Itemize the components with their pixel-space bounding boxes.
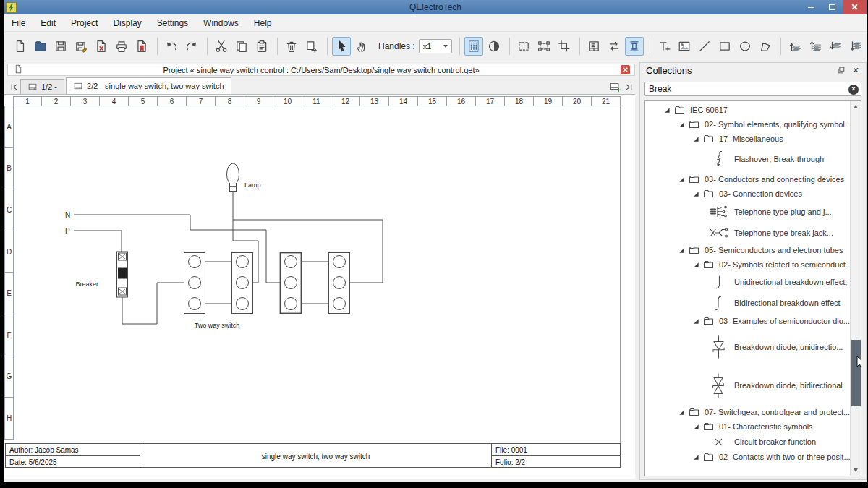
wire-lamp-right[interactable] — [233, 220, 383, 283]
raise-button[interactable] — [786, 37, 804, 56]
tab-folio-1[interactable]: 1/2 - — [20, 79, 64, 94]
selection-crop-button[interactable] — [555, 37, 574, 56]
menu-file[interactable]: File — [12, 18, 25, 28]
close-icon: ✕ — [851, 3, 858, 12]
tree-item[interactable]: 03- Connection devices — [645, 187, 849, 201]
tree-item[interactable]: Unidirectional breakdown effect; ... — [645, 272, 849, 292]
add-line-button[interactable] — [695, 37, 714, 56]
menu-windows[interactable]: Windows — [203, 18, 239, 28]
switch-block-2[interactable] — [232, 253, 253, 314]
add-ellipse-button[interactable] — [736, 37, 754, 56]
caret-expanded-icon[interactable] — [693, 424, 699, 430]
search-input[interactable] — [649, 82, 844, 95]
tree-item[interactable]: 05- Semiconductors and electron tubes — [645, 243, 849, 257]
close-panel-button[interactable]: ✕ — [850, 65, 861, 75]
tree-item[interactable]: IEC 60617 — [645, 103, 849, 117]
add-image-button[interactable] — [675, 37, 694, 56]
maximize-button[interactable] — [822, 0, 843, 14]
caret-expanded-icon[interactable] — [678, 121, 685, 128]
tree-item[interactable]: Flashover; Break-through — [645, 146, 849, 172]
caret-expanded-icon[interactable] — [693, 454, 699, 461]
scroll-down-icon[interactable] — [854, 468, 858, 472]
select-handles-button[interactable] — [535, 37, 553, 56]
scroll-up-icon[interactable] — [854, 105, 858, 108]
delete-button[interactable] — [282, 37, 301, 56]
undo-button[interactable] — [162, 37, 181, 56]
folio-columns-button[interactable] — [625, 37, 644, 56]
edit-titleblock-button[interactable] — [584, 37, 603, 56]
tree-item[interactable]: 02- Symbol elements, qualifying symbol..… — [645, 117, 849, 132]
caret-expanded-icon[interactable] — [693, 136, 699, 142]
menu-project[interactable]: Project — [71, 18, 98, 28]
menu-display[interactable]: Display — [113, 18, 141, 28]
tree-item[interactable]: Circuit breaker function — [645, 434, 849, 450]
paste-special-button[interactable] — [302, 37, 321, 56]
switch-block-4[interactable] — [329, 253, 350, 314]
tree-item[interactable]: 03- Conductors and connecting devices — [645, 172, 849, 187]
switch-block-3-selected[interactable] — [281, 253, 302, 314]
first-tab-button[interactable] — [7, 80, 20, 94]
tree-item[interactable]: Breakdown diode, unidirectio... — [645, 328, 849, 366]
swap-folio-button[interactable] — [605, 37, 624, 56]
add-polygon-button[interactable] — [756, 37, 775, 56]
tree-item[interactable]: Telephone type plug and j... — [645, 201, 849, 223]
export-pdf-button[interactable] — [132, 37, 151, 56]
tree-item[interactable]: 01- Characteristic symbols — [645, 419, 849, 434]
lower-button[interactable] — [826, 37, 845, 56]
diagram-canvas[interactable]: 123456789101112131415161718192021 ABCDEF… — [4, 94, 635, 479]
add-folio-button[interactable] — [609, 80, 622, 94]
lamp-symbol[interactable] — [227, 163, 239, 192]
caret-expanded-icon[interactable] — [678, 247, 685, 254]
new-project-button[interactable] — [11, 37, 30, 56]
add-rectangle-button[interactable] — [715, 37, 734, 56]
handles-select[interactable]: x1 — [419, 39, 452, 53]
menu-settings[interactable]: Settings — [157, 18, 188, 28]
tree-item[interactable]: 02- Symbols related to semiconduct... — [645, 257, 849, 272]
menu-help[interactable]: Help — [254, 18, 272, 28]
bring-to-front-button[interactable] — [806, 37, 825, 56]
tree-item[interactable]: 02- Contacts with two or three posit... — [645, 450, 849, 464]
send-to-back-button[interactable] — [846, 37, 865, 56]
clear-search-icon[interactable]: ✕ — [848, 85, 859, 95]
redo-button[interactable] — [182, 37, 201, 56]
tree-item[interactable]: Breakdown diode, bidirectional — [645, 366, 849, 405]
switch-block-1[interactable] — [184, 253, 205, 314]
breaker-symbol[interactable] — [117, 252, 128, 297]
tree-item[interactable]: 17- Miscellaneous — [645, 132, 849, 146]
add-text-button[interactable] — [655, 37, 673, 56]
wire-phase[interactable] — [74, 231, 122, 252]
select-all-button[interactable] — [514, 37, 533, 56]
print-button[interactable] — [112, 37, 131, 56]
tab-folio-2[interactable]: 2/2 - single way switch, two way switch — [66, 77, 231, 94]
cut-button[interactable] — [212, 37, 231, 56]
polygon-icon — [759, 40, 772, 53]
save-button[interactable] — [51, 37, 70, 56]
caret-expanded-icon[interactable] — [693, 191, 699, 197]
tree-item[interactable]: 03- Examples of semiconductor dio... — [645, 314, 849, 328]
close-file-button[interactable] — [92, 37, 111, 56]
paste-button[interactable] — [252, 37, 271, 56]
last-tab-button[interactable] — [622, 80, 635, 94]
select-mode-button[interactable] — [332, 37, 351, 56]
tree-scrollbar[interactable] — [850, 101, 861, 476]
caret-expanded-icon[interactable] — [693, 262, 699, 268]
caret-expanded-icon[interactable] — [678, 409, 685, 416]
copy-button[interactable] — [232, 37, 251, 56]
save-as-button[interactable] — [72, 37, 90, 56]
toggle-theme-button[interactable] — [485, 37, 503, 56]
caret-expanded-icon[interactable] — [664, 107, 671, 114]
close-button[interactable]: ✕ — [843, 0, 867, 14]
project-close-button[interactable]: ✕ — [621, 65, 630, 74]
tree-item[interactable]: Telephone type break jack... — [645, 223, 849, 243]
float-panel-button[interactable] — [835, 65, 847, 75]
open-project-button[interactable] — [31, 37, 50, 56]
caret-expanded-icon[interactable] — [693, 318, 699, 325]
pan-mode-button[interactable] — [352, 37, 371, 56]
tree-item[interactable]: Bidirectional breakdown effect — [645, 292, 849, 314]
tree-item[interactable]: 07- Switchgear, controlgear and protect.… — [645, 405, 849, 419]
scrollbar-thumb[interactable] — [851, 340, 861, 406]
caret-expanded-icon[interactable] — [678, 176, 685, 183]
menu-edit[interactable]: Edit — [41, 18, 56, 28]
toggle-grid-button[interactable] — [464, 37, 483, 56]
minimize-button[interactable] — [801, 0, 822, 14]
